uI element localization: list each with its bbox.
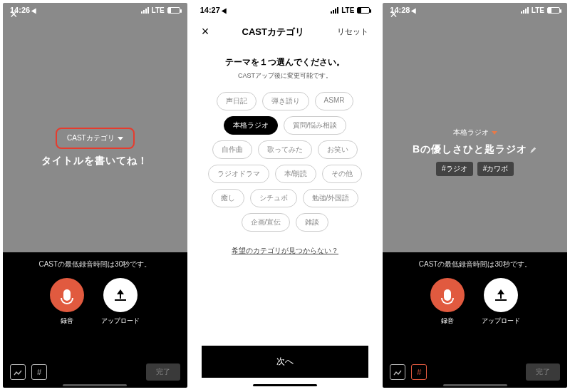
hashtag-chip[interactable]: #ラジオ [436,162,473,176]
subnote: CASTアップ後に変更可能です。 [193,71,378,81]
modal-header: × CASTカテゴリ リセット [193,17,378,46]
network-label: LTE [532,6,544,14]
mic-icon [63,289,71,301]
record-label: 録音 [441,316,454,326]
record-button[interactable]: 録音 [430,278,465,326]
category-pill[interactable]: シチュボ [250,189,297,207]
title-text: Bの優しさひと匙ラジオ [413,143,527,156]
pencil-icon [530,146,537,153]
hashtag-row: #ラジオ#カワボ [436,162,514,176]
upload-circle [484,278,518,312]
upload-icon [495,289,507,301]
category-pill[interactable]: 癒し [212,189,244,207]
status-right: LTE [521,6,560,14]
status-right: LTE [331,6,370,14]
upload-label: アップロード [482,316,520,326]
category-pill[interactable]: お笑い [318,140,358,159]
center-stack: 本格ラジオ Bの優しさひと匙ラジオ #ラジオ#カワボ [383,128,567,176]
close-icon[interactable]: × [202,24,209,39]
category-pill[interactable]: 本格ラジオ [224,116,278,135]
category-pill[interactable]: 歌ってみた [258,140,312,159]
status-bar: 14:27 LTE [193,3,378,17]
min-record-text: CASTの最低録音時間は30秒です。 [419,259,532,269]
category-pill[interactable]: 自作曲 [212,140,252,159]
location-icon [222,6,229,14]
upper-panel: 14:28 LTE × 本格ラジオ Bの優しさひと匙ラジオ #ラジオ#カワボ [383,3,567,252]
record-label: 録音 [61,316,73,326]
next-button[interactable]: 次へ [202,346,369,378]
image-tool-icon[interactable] [10,364,26,380]
upload-label: アップロード [101,316,140,326]
upload-button[interactable]: アップロード [101,278,140,326]
hashtag-tool-icon[interactable]: # [411,364,427,380]
category-pill[interactable]: ASMR [315,92,354,110]
battery-icon [547,7,560,14]
category-pill[interactable]: 質問/悩み相談 [284,116,347,135]
missing-category-link[interactable]: 希望のカテゴリが見つからない？ [193,246,378,256]
bottom-toolbar: # 完了 [383,363,567,381]
done-label: 完了 [156,368,170,376]
signal-icon [331,7,338,14]
record-button[interactable]: 録音 [50,278,84,326]
category-pill[interactable]: 本/朗読 [275,165,317,183]
home-indicator [253,384,317,386]
chevron-down-icon [492,131,497,135]
category-pill[interactable]: 声日記 [217,92,256,110]
status-bar: 14:28 LTE [383,3,567,17]
title-placeholder: タイトルを書いてね！ [41,155,148,167]
center-stack: CASTカテゴリ タイトルを書いてね！ [3,128,187,167]
upload-circle [103,278,138,312]
location-icon [31,6,38,14]
title-input[interactable]: タイトルを書いてね！ [41,155,148,167]
location-icon [411,6,418,14]
hashtag-tool-icon[interactable]: # [31,364,47,380]
category-pill[interactable]: 企画/宣伝 [242,213,291,232]
battery-icon [167,7,180,14]
screen-3-recorder-filled: 14:28 LTE × 本格ラジオ Bの優しさひと匙ラジオ #ラジオ#カワボ C [383,3,567,388]
category-selector[interactable]: CASTカテゴリ [56,128,135,149]
category-pill[interactable]: 勉強/外国語 [303,189,359,207]
close-icon[interactable]: × [10,7,18,22]
screen-2-category-picker: 14:27 LTE × CASTカテゴリ リセット テーマを１つ選んでください。… [193,3,378,388]
title-input[interactable]: Bの優しさひと匙ラジオ [413,143,537,156]
home-indicator [443,384,507,386]
status-right: LTE [141,6,180,14]
category-pill[interactable]: その他 [322,165,362,183]
signal-icon [141,7,149,14]
chevron-down-icon [118,137,123,140]
home-indicator [63,384,127,386]
next-label: 次へ [276,356,294,366]
battery-icon [357,7,370,14]
upload-icon [115,289,126,301]
min-record-text: CASTの最低録音時間は30秒です。 [38,259,151,269]
done-label: 完了 [536,368,550,376]
upper-panel: 14:26 LTE × CASTカテゴリ タイトルを書いてね！ [3,3,187,252]
mic-icon [444,289,451,301]
close-icon[interactable]: × [390,7,398,22]
category-label: CASTカテゴリ [67,133,115,143]
action-buttons: 録音 アップロード [430,278,520,326]
network-label: LTE [152,6,165,14]
status-time: 14:27 [200,6,220,14]
category-list: 声日記弾き語りASMR本格ラジオ質問/悩み相談自作曲歌ってみたお笑いラジオドラマ… [193,81,378,237]
network-label: LTE [341,6,354,14]
category-pill[interactable]: 弾き語り [262,92,309,110]
upload-button[interactable]: アップロード [482,278,520,326]
hashtag-chip[interactable]: #カワボ [477,162,514,176]
category-pill[interactable]: 雑談 [296,213,328,232]
done-button[interactable]: 完了 [526,363,560,381]
status-bar: 14:26 LTE [3,3,187,17]
category-pill[interactable]: ラジオドラマ [208,165,269,183]
modal-title: CASTカテゴリ [242,26,304,38]
category-selector[interactable]: 本格ラジオ [453,128,497,138]
done-button[interactable]: 完了 [146,363,180,381]
subtitle: テーマを１つ選んでください。 [193,56,378,68]
record-circle [50,278,84,312]
record-circle [430,278,465,312]
image-tool-icon[interactable] [390,364,405,380]
signal-icon [521,7,529,14]
category-modal: 14:27 LTE × CASTカテゴリ リセット テーマを１つ選んでください。… [193,3,378,388]
lower-panel: CASTの最低録音時間は30秒です。 録音 アップロード # 完了 [383,252,567,388]
reset-button[interactable]: リセット [337,26,368,37]
action-buttons: 録音 アップロード [50,278,140,326]
